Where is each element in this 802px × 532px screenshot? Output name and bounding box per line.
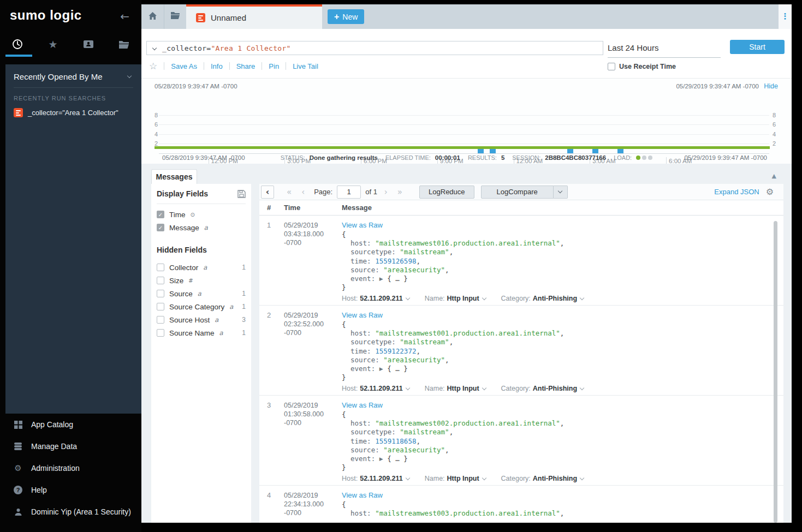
time-range-selector[interactable]: Last 24 Hours: [608, 43, 721, 58]
prev-page-button[interactable]: ‹: [296, 187, 310, 197]
home-button[interactable]: [141, 4, 164, 29]
field-row-size[interactable]: Size #: [157, 274, 246, 287]
collapse-sidebar-icon[interactable]: ←: [120, 10, 129, 23]
message-time: 05/28/2019 22:34:13.000 -0700: [284, 491, 341, 517]
meta-host-dropdown[interactable]: Host:52.11.209.211: [342, 475, 409, 482]
sidebar-item-administration[interactable]: ⚙ Administration: [0, 457, 141, 479]
recent-panel-header[interactable]: Recently Opened By Me: [14, 69, 133, 88]
view-as-raw-link[interactable]: View as Raw: [342, 221, 383, 229]
field-row-source-name[interactable]: Source Name a 1: [157, 326, 246, 339]
checkbox-unchecked[interactable]: [157, 290, 164, 297]
checkbox-unchecked[interactable]: [157, 303, 164, 310]
json-comma: ,: [449, 428, 454, 436]
next-page-button[interactable]: ›: [379, 187, 393, 197]
meta-category-label: Category:: [501, 475, 531, 482]
event-expand-icon[interactable]: ▶: [379, 366, 383, 372]
sidebar-tab-favorites[interactable]: ★: [35, 32, 71, 57]
meta-category-dropdown[interactable]: Category:Anti-Phishing: [501, 295, 584, 302]
checkbox-unchecked[interactable]: [157, 277, 164, 284]
field-type-string-icon: a: [229, 303, 233, 310]
field-type-time-icon: ⊙: [191, 212, 195, 218]
kebab-menu-icon[interactable]: ⋮: [781, 13, 789, 21]
message-body: View as Raw { host: "mailstreamwest002.p…: [342, 400, 767, 482]
field-row-message[interactable]: ✓ Message a: [157, 221, 246, 234]
field-row-collector[interactable]: Collector a 1: [157, 261, 246, 274]
tab-unnamed[interactable]: Unnamed: [186, 4, 322, 29]
logreduce-button[interactable]: LogReduce: [419, 186, 474, 199]
json-comma: ,: [445, 266, 449, 274]
view-as-raw-link[interactable]: View as Raw: [342, 401, 383, 409]
sidebar-item-help[interactable]: ? Help: [0, 479, 141, 501]
sidebar-tab-library[interactable]: [106, 32, 141, 57]
checkbox-unchecked[interactable]: [157, 264, 164, 271]
sidebar-tab-personal[interactable]: [71, 32, 106, 57]
window-menu-strip: ⋮: [779, 4, 792, 29]
field-row-source-host[interactable]: Source Host a 3: [157, 313, 246, 326]
collapse-fields-button[interactable]: ‹: [261, 186, 274, 199]
y-tick-label: 2: [773, 140, 780, 147]
expand-json-link[interactable]: Expand JSON: [714, 188, 759, 196]
save-fields-icon[interactable]: [237, 190, 246, 200]
field-count: 1: [242, 264, 246, 271]
meta-category-dropdown[interactable]: Category:Anti-Phishing: [501, 385, 584, 392]
meta-name-dropdown[interactable]: Name:Http Input: [425, 295, 486, 302]
page-number-input[interactable]: [337, 186, 361, 199]
meta-category-dropdown[interactable]: Category:Anti-Phishing: [501, 475, 584, 482]
open-folder-button[interactable]: [164, 4, 187, 29]
active-tab-indicator: [5, 55, 32, 57]
first-page-button[interactable]: «: [282, 187, 296, 197]
use-receipt-time-option[interactable]: Use Receipt Time: [608, 63, 676, 70]
meta-host-dropdown[interactable]: Host:52.11.209.211: [342, 295, 409, 302]
field-label: Collector: [169, 264, 198, 272]
tab-messages[interactable]: Messages: [151, 169, 197, 184]
field-row-source[interactable]: Source a 1: [157, 287, 246, 300]
pin-link[interactable]: Pin: [262, 62, 286, 70]
logcompare-dropdown[interactable]: [554, 186, 568, 199]
message-clock: 22:34:13.000 -0700: [284, 500, 341, 517]
meta-category-value: Anti-Phishing: [533, 385, 577, 392]
checkbox-checked[interactable]: ✓: [157, 211, 164, 218]
sidebar-item-app-catalog[interactable]: App Catalog: [0, 414, 141, 435]
favorite-star-icon[interactable]: ☆: [149, 61, 157, 71]
share-link[interactable]: Share: [230, 62, 262, 70]
meta-name-dropdown[interactable]: Name:Http Input: [425, 475, 486, 482]
column-header-message[interactable]: Message: [342, 204, 372, 212]
checkbox-checked[interactable]: ✓: [157, 224, 164, 231]
chevron-down-icon: [152, 46, 157, 50]
checkbox-unchecked[interactable]: [157, 329, 164, 337]
json-host-value: "mailstreamwest002.production.area1.inte…: [375, 419, 560, 427]
checkbox-unchecked[interactable]: [157, 316, 164, 324]
sidebar-tab-recent[interactable]: [0, 32, 35, 57]
home-icon: [148, 11, 157, 22]
messages-scrollbar[interactable]: [774, 221, 777, 523]
search-query-input[interactable]: _collector="Area 1 Collector": [162, 44, 291, 52]
view-as-raw-link[interactable]: View as Raw: [342, 311, 383, 319]
meta-name-dropdown[interactable]: Name:Http Input: [425, 385, 486, 392]
field-row-source-category[interactable]: Source Category a 1: [157, 300, 246, 313]
column-header-time[interactable]: Time: [284, 204, 300, 212]
event-expand-icon[interactable]: ▶: [379, 456, 383, 462]
info-link[interactable]: Info: [204, 62, 229, 70]
start-search-button[interactable]: Start: [730, 40, 785, 54]
recent-search-item[interactable]: _collector="Area 1 Collector": [14, 108, 118, 117]
column-header-number[interactable]: #: [267, 204, 271, 212]
sidebar-item-account[interactable]: Dominic Yip (Area 1 Security): [0, 501, 141, 523]
save-as-link[interactable]: Save As: [164, 62, 204, 70]
sidebar-tabs: ★: [0, 32, 141, 57]
live-tail-link[interactable]: Live Tail: [286, 62, 325, 70]
meta-host-dropdown[interactable]: Host:52.11.209.211: [342, 385, 409, 392]
gear-icon[interactable]: ⚙: [766, 188, 774, 196]
database-icon: [13, 442, 23, 451]
message-number: 1: [267, 221, 271, 229]
sidebar-item-manage-data[interactable]: Manage Data: [0, 435, 141, 457]
last-page-button[interactable]: »: [393, 187, 407, 197]
field-row-time[interactable]: ✓ Time ⊙: [157, 208, 246, 221]
hide-histogram-link[interactable]: Hide: [764, 82, 778, 90]
query-history-dropdown[interactable]: [147, 46, 162, 50]
collapse-results-icon[interactable]: ▲: [772, 172, 776, 180]
view-as-raw-link[interactable]: View as Raw: [342, 491, 383, 499]
new-tab-button[interactable]: + New: [328, 9, 364, 24]
use-receipt-time-checkbox[interactable]: [608, 63, 615, 70]
logcompare-button[interactable]: LogCompare: [481, 186, 554, 199]
event-expand-icon[interactable]: ▶: [379, 276, 383, 282]
